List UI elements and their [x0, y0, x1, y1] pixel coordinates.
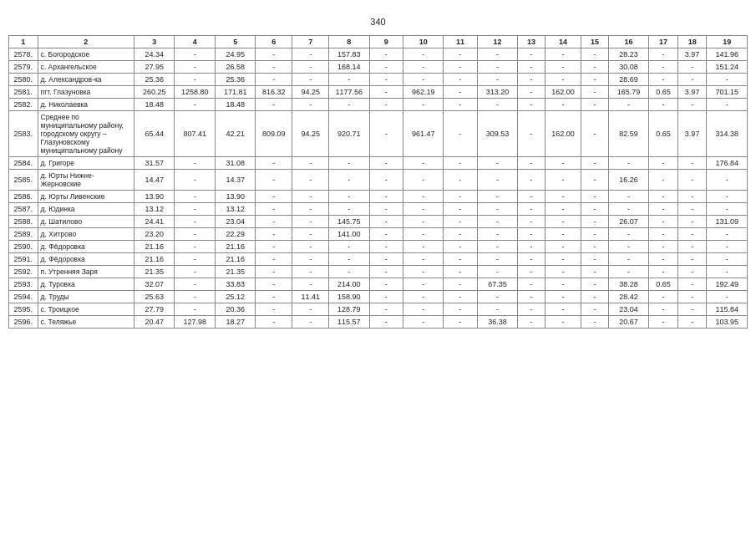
cell-7-14: - — [545, 157, 581, 170]
cell-7-11: - — [444, 157, 477, 170]
cell-2-6: - — [256, 61, 292, 74]
cell-3-15: - — [581, 74, 608, 86]
cell-3-4: - — [175, 74, 215, 86]
col-header-16: 16 — [608, 36, 648, 48]
cell-8-9: - — [369, 170, 403, 191]
cell-6-4: 807.41 — [175, 111, 215, 157]
table-row: 2596.с. Теляжье20.47127.9818.27--115.57-… — [9, 316, 748, 329]
cell-2-13: - — [518, 61, 545, 74]
cell-4-1: 2581. — [9, 86, 38, 99]
cell-4-15: - — [581, 86, 608, 99]
cell-10-16: - — [608, 203, 648, 216]
cell-11-7: - — [292, 216, 329, 228]
cell-13-13: - — [518, 241, 545, 253]
cell-11-15: - — [581, 216, 608, 228]
cell-18-11: - — [444, 303, 477, 316]
cell-14-9: - — [369, 253, 403, 266]
cell-10-18: - — [677, 203, 707, 216]
cell-7-2: д. Григоре — [38, 157, 134, 170]
cell-15-11: - — [444, 266, 477, 278]
cell-3-9: - — [369, 74, 403, 86]
table-row: 2594.д. Труды25.63-25.12-11.41158.90----… — [9, 291, 748, 303]
cell-10-4: - — [175, 203, 215, 216]
cell-17-15: - — [581, 291, 608, 303]
cell-4-2: пгт. Глазуновка — [38, 86, 134, 99]
cell-18-5: 20.36 — [215, 303, 255, 316]
cell-18-1: 2595. — [9, 303, 38, 316]
cell-2-15: - — [581, 61, 608, 74]
cell-13-11: - — [444, 241, 477, 253]
cell-8-11: - — [444, 170, 477, 191]
cell-15-18: - — [677, 266, 707, 278]
cell-3-16: 28.69 — [608, 74, 648, 86]
cell-12-1: 2589. — [9, 228, 38, 241]
cell-6-12: 309.53 — [477, 111, 517, 157]
cell-1-1: 2578. — [9, 48, 38, 61]
cell-3-10: - — [403, 74, 443, 86]
cell-1-2: с. Богородское — [38, 48, 134, 61]
col-header-11: 11 — [444, 36, 477, 48]
cell-9-10: - — [403, 191, 443, 203]
cell-3-6: - — [256, 74, 292, 86]
cell-9-2: д. Юрты Ливенские — [38, 191, 134, 203]
cell-2-18: - — [677, 61, 707, 74]
cell-19-10: - — [403, 316, 443, 329]
cell-2-7: - — [292, 61, 329, 74]
cell-16-17: 0.65 — [649, 278, 678, 291]
cell-3-12: - — [477, 74, 517, 86]
cell-13-7: - — [292, 241, 329, 253]
cell-19-9: - — [369, 316, 403, 329]
cell-12-2: д. Хитрово — [38, 228, 134, 241]
cell-19-7: - — [292, 316, 329, 329]
cell-1-15: - — [581, 48, 608, 61]
cell-9-18: - — [677, 191, 707, 203]
cell-14-6: - — [256, 253, 292, 266]
cell-19-8: 115.57 — [329, 316, 369, 329]
cell-4-18: 3.97 — [677, 86, 707, 99]
table-row: 2588.д. Шатилово24.41-23.04--145.75-----… — [9, 216, 748, 228]
cell-10-10: - — [403, 203, 443, 216]
cell-10-11: - — [444, 203, 477, 216]
cell-9-16: - — [608, 191, 648, 203]
cell-18-8: 128.79 — [329, 303, 369, 316]
cell-19-14: - — [545, 316, 581, 329]
cell-14-1: 2591. — [9, 253, 38, 266]
cell-5-14: - — [545, 99, 581, 111]
cell-8-4: - — [175, 170, 215, 191]
cell-13-5: 21.16 — [215, 241, 255, 253]
col-header-9: 9 — [369, 36, 403, 48]
cell-10-1: 2587. — [9, 203, 38, 216]
cell-18-17: - — [649, 303, 678, 316]
cell-15-15: - — [581, 266, 608, 278]
cell-11-17: - — [649, 216, 678, 228]
cell-5-15: - — [581, 99, 608, 111]
cell-13-19: - — [707, 241, 748, 253]
cell-5-4: - — [175, 99, 215, 111]
cell-19-2: с. Теляжье — [38, 316, 134, 329]
cell-1-7: - — [292, 48, 329, 61]
cell-17-13: - — [518, 291, 545, 303]
cell-16-10: - — [403, 278, 443, 291]
cell-2-11: - — [444, 61, 477, 74]
table-row: 2595.с. Троицкое27.79-20.36--128.79-----… — [9, 303, 748, 316]
cell-7-15: - — [581, 157, 608, 170]
cell-12-8: 141.00 — [329, 228, 369, 241]
cell-4-7: 94.25 — [292, 86, 329, 99]
cell-7-19: 176.84 — [707, 157, 748, 170]
cell-3-14: - — [545, 74, 581, 86]
cell-12-19: - — [707, 228, 748, 241]
col-header-17: 17 — [649, 36, 678, 48]
cell-14-18: - — [677, 253, 707, 266]
cell-16-14: - — [545, 278, 581, 291]
table-row: 2586.д. Юрты Ливенские13.90-13.90-------… — [9, 191, 748, 203]
cell-17-9: - — [369, 291, 403, 303]
cell-16-12: 67.35 — [477, 278, 517, 291]
cell-6-7: 94.25 — [292, 111, 329, 157]
cell-6-15: - — [581, 111, 608, 157]
col-header-14: 14 — [545, 36, 581, 48]
cell-1-12: - — [477, 48, 517, 61]
cell-10-13: - — [518, 203, 545, 216]
cell-16-6: - — [256, 278, 292, 291]
cell-8-2: д. Юрты Нижне-Жерновские — [38, 170, 134, 191]
cell-11-3: 24.41 — [134, 216, 175, 228]
